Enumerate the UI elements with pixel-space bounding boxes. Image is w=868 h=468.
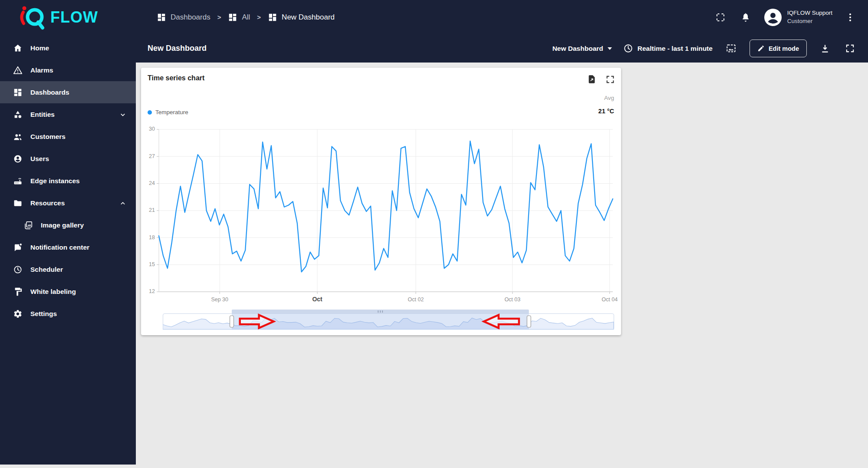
breadcrumb-separator: >: [217, 13, 221, 21]
widget-fullscreen-button[interactable]: [604, 73, 617, 86]
dashboards-icon: [13, 88, 23, 97]
legend-item-temperature[interactable]: Temperature: [148, 109, 188, 115]
sidebar-item-scheduler[interactable]: Scheduler: [0, 258, 136, 280]
edit-mode-label: Edit mode: [769, 45, 799, 52]
toolbar-fullscreen-button[interactable]: [843, 42, 857, 55]
fullscreen-button[interactable]: [713, 10, 727, 24]
sidebar-item-label: Dashboards: [30, 89, 69, 96]
bell-icon: [740, 12, 751, 23]
users-icon: [13, 154, 23, 164]
notifications-button[interactable]: [739, 10, 753, 24]
user-role: Customer: [787, 17, 832, 26]
top-bar: FLOW Dashboards>All>New Dashboard: [0, 0, 868, 34]
kebab-menu-icon: [845, 12, 855, 23]
more-menu-button[interactable]: [844, 10, 857, 24]
svg-text:15: 15: [149, 261, 155, 267]
chevron-down-icon: [608, 47, 612, 50]
chevron-down-icon: [118, 110, 127, 119]
timewindow-button[interactable]: Realtime - last 1 minute: [623, 43, 713, 53]
sidebar-item-alarms[interactable]: Alarms: [0, 59, 136, 81]
chevron-up-icon: [118, 199, 127, 208]
image-gallery-icon: [23, 221, 33, 230]
breadcrumb-label: All: [242, 13, 250, 22]
topbar-actions: IQFLOW Support Customer: [713, 8, 868, 26]
sidebar-item-label: White labeling: [30, 288, 76, 296]
notification-icon: [13, 243, 23, 252]
logo-text: FLOW: [50, 8, 98, 26]
breadcrumb-item-all[interactable]: All: [228, 13, 250, 22]
sidebar-item-label: Settings: [30, 310, 57, 318]
legend-label: Temperature: [155, 109, 188, 115]
aggregation-value: 21 °C: [598, 108, 614, 115]
dashboard-select[interactable]: New Dashboard: [552, 45, 612, 53]
sidebar-item-customers[interactable]: Customers: [0, 125, 136, 148]
breadcrumb-label: Dashboards: [171, 13, 210, 22]
logo[interactable]: FLOW: [0, 3, 136, 31]
account-menu[interactable]: IQFLOW Support Customer: [764, 8, 832, 26]
sidebar-item-label: Resources: [30, 199, 65, 207]
sidebar-item-dashboards[interactable]: Dashboards: [0, 81, 136, 103]
edge-icon: [13, 176, 23, 186]
expand-icon: [845, 43, 855, 53]
sidebar-item-label: Edge instances: [30, 177, 80, 185]
resources-icon: [13, 198, 23, 208]
white-labeling-icon: [13, 287, 23, 297]
legend-dot: [148, 110, 152, 115]
sidebar-item-label: Home: [30, 44, 49, 52]
timeseries-chart[interactable]: 30272421181512Sep 30OctOct 02Oct 03Oct 0…: [141, 119, 621, 308]
clock-icon: [623, 43, 633, 53]
entities-icon: [13, 110, 23, 119]
svg-text:Sep 30: Sep 30: [211, 297, 228, 303]
breadcrumb-separator: >: [257, 13, 261, 21]
dashboard-content: Time series chart Avg 21: [136, 63, 868, 468]
sidebar-item-label: Notification center: [30, 244, 89, 251]
sidebar-item-users[interactable]: Users: [0, 148, 136, 170]
sidebar-item-label: Image gallery: [41, 221, 84, 229]
svg-text:Oct 04: Oct 04: [602, 297, 618, 303]
download-icon: [820, 43, 830, 54]
file-export-icon: [587, 74, 597, 84]
breadcrumb: Dashboards>All>New Dashboard: [136, 13, 335, 22]
sidebar-item-white-labeling[interactable]: White labeling: [0, 280, 136, 303]
settings-icon: [13, 309, 23, 319]
sidebar-item-settings[interactable]: Settings: [0, 303, 136, 325]
sidebar-item-label: Alarms: [30, 66, 53, 74]
svg-text:21: 21: [149, 207, 155, 213]
sidebar-item-entities[interactable]: Entities: [0, 103, 136, 125]
dashboards-icon: [268, 13, 277, 22]
aggregation-label: Avg: [604, 95, 614, 101]
iqflow-logo-icon: [18, 3, 49, 31]
page-title: New Dashboard: [136, 44, 207, 53]
sidebar-item-home[interactable]: Home: [0, 37, 136, 59]
sidebar-item-label: Users: [30, 155, 49, 163]
sidebar-item-image-gallery[interactable]: Image gallery: [0, 214, 136, 236]
sidebar-item-edge-instances[interactable]: Edge instances: [0, 170, 136, 192]
download-button[interactable]: [818, 42, 832, 56]
svg-text:24: 24: [149, 180, 155, 186]
breadcrumb-label: New Dashboard: [282, 13, 335, 22]
dashboards-icon: [228, 13, 237, 22]
avatar-icon: [764, 8, 782, 26]
svg-text:27: 27: [149, 153, 155, 159]
timewindow-label: Realtime - last 1 minute: [638, 45, 713, 53]
dashboard-image-button[interactable]: [724, 41, 738, 56]
breadcrumb-item-dashboards[interactable]: Dashboards: [157, 13, 210, 22]
alarms-icon: [13, 66, 23, 75]
sidebar-item-notification-center[interactable]: Notification center: [0, 236, 136, 258]
toolbar-actions: New Dashboard Realtime - last 1 minute E…: [552, 40, 868, 57]
image-icon: [726, 43, 736, 54]
chart-navigator[interactable]: [163, 309, 614, 333]
export-widget-button[interactable]: [585, 73, 598, 86]
sidebar-item-resources[interactable]: Resources: [0, 192, 136, 214]
pencil-icon: [757, 45, 765, 52]
breadcrumb-item-new-dashboard[interactable]: New Dashboard: [268, 13, 335, 22]
svg-text:Oct: Oct: [312, 296, 322, 303]
edit-mode-button[interactable]: Edit mode: [750, 40, 807, 57]
svg-text:12: 12: [149, 288, 155, 294]
dashboard-toolbar: New Dashboard New Dashboard Realtime - l…: [136, 34, 868, 63]
widget-expand-icon: [605, 75, 615, 84]
app-window: FLOW Dashboards>All>New Dashboard: [0, 0, 868, 468]
widget-title: Time series chart: [148, 74, 204, 82]
sidebar-item-label: Customers: [30, 133, 66, 141]
home-icon: [13, 43, 23, 53]
